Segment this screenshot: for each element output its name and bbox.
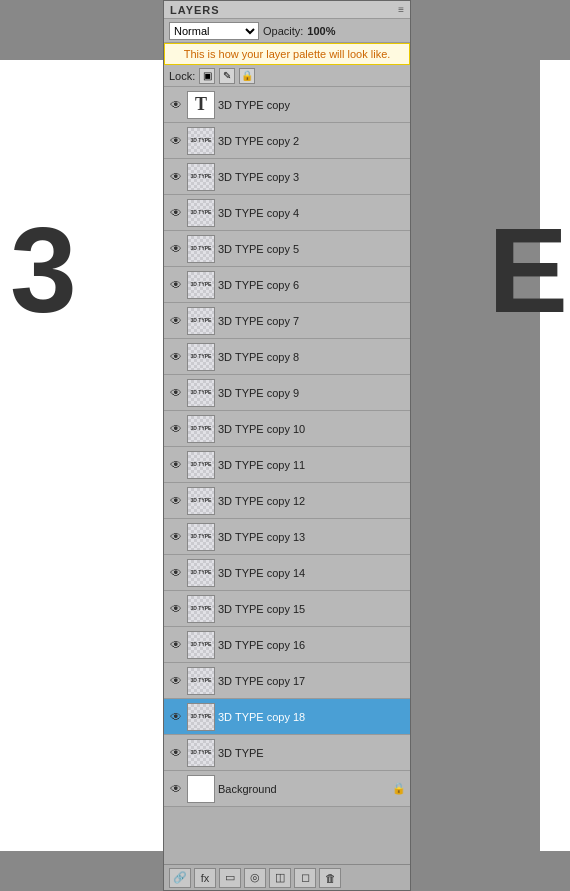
- layer-visibility-toggle[interactable]: 👁: [168, 529, 184, 545]
- layer-row[interactable]: 👁3D TYPE3D TYPE copy 7: [164, 303, 410, 339]
- layer-row[interactable]: 👁3D TYPE3D TYPE copy 10: [164, 411, 410, 447]
- layer-visibility-toggle[interactable]: 👁: [168, 493, 184, 509]
- layer-row[interactable]: 👁3D TYPE3D TYPE copy 2: [164, 123, 410, 159]
- layer-visibility-toggle[interactable]: 👁: [168, 745, 184, 761]
- panel-menu-icon[interactable]: ≡: [398, 4, 404, 15]
- eye-icon: 👁: [170, 566, 182, 580]
- eye-icon: 👁: [170, 386, 182, 400]
- layer-visibility-toggle[interactable]: 👁: [168, 601, 184, 617]
- lock-pixels-btn[interactable]: ▣: [199, 68, 215, 84]
- layer-thumbnail: [187, 775, 215, 803]
- layer-row[interactable]: 👁Background🔒: [164, 771, 410, 807]
- layer-thumbnail: 3D TYPE: [187, 379, 215, 407]
- lock-position-btn[interactable]: ✎: [219, 68, 235, 84]
- eye-icon: 👁: [170, 278, 182, 292]
- layer-visibility-toggle[interactable]: 👁: [168, 169, 184, 185]
- layer-name-label: 3D TYPE copy 13: [218, 531, 406, 543]
- layer-name-label: 3D TYPE copy 7: [218, 315, 406, 327]
- eye-icon: 👁: [170, 170, 182, 184]
- layer-visibility-toggle[interactable]: 👁: [168, 205, 184, 221]
- layer-row[interactable]: 👁T3D TYPE copy: [164, 87, 410, 123]
- layer-thumbnail: 3D TYPE: [187, 127, 215, 155]
- layer-name-label: 3D TYPE: [218, 747, 406, 759]
- layer-name-label: 3D TYPE copy 15: [218, 603, 406, 615]
- layer-row[interactable]: 👁3D TYPE3D TYPE copy 6: [164, 267, 410, 303]
- layer-row[interactable]: 👁3D TYPE3D TYPE copy 16: [164, 627, 410, 663]
- layer-name-label: 3D TYPE copy 8: [218, 351, 406, 363]
- layer-visibility-toggle[interactable]: 👁: [168, 385, 184, 401]
- eye-icon: 👁: [170, 746, 182, 760]
- eye-icon: 👁: [170, 494, 182, 508]
- layer-row[interactable]: 👁3D TYPE3D TYPE copy 15: [164, 591, 410, 627]
- layer-name-label: 3D TYPE copy 9: [218, 387, 406, 399]
- eye-icon: 👁: [170, 458, 182, 472]
- layer-visibility-toggle[interactable]: 👁: [168, 673, 184, 689]
- layer-thumbnail: 3D TYPE: [187, 235, 215, 263]
- layer-visibility-toggle[interactable]: 👁: [168, 457, 184, 473]
- eye-icon: 👁: [170, 638, 182, 652]
- delete-layer-btn[interactable]: 🗑: [319, 868, 341, 888]
- layer-thumbnail: 3D TYPE: [187, 271, 215, 299]
- blend-mode-select[interactable]: Normal: [169, 22, 259, 40]
- layer-thumbnail: 3D TYPE: [187, 199, 215, 227]
- layer-visibility-toggle[interactable]: 👁: [168, 565, 184, 581]
- layer-thumbnail: 3D TYPE: [187, 559, 215, 587]
- layer-name-label: 3D TYPE copy 16: [218, 639, 406, 651]
- tooltip-banner: This is how your layer palette will look…: [164, 43, 410, 65]
- blend-opacity-row: Normal Opacity: 100%: [164, 19, 410, 43]
- layer-visibility-toggle[interactable]: 👁: [168, 133, 184, 149]
- layer-row[interactable]: 👁3D TYPE3D TYPE copy 4: [164, 195, 410, 231]
- layer-visibility-toggle[interactable]: 👁: [168, 709, 184, 725]
- layer-row[interactable]: 👁3D TYPE3D TYPE copy 14: [164, 555, 410, 591]
- layer-visibility-toggle[interactable]: 👁: [168, 349, 184, 365]
- layer-row[interactable]: 👁3D TYPE3D TYPE copy 17: [164, 663, 410, 699]
- layer-name-label: 3D TYPE copy 5: [218, 243, 406, 255]
- layer-visibility-toggle[interactable]: 👁: [168, 781, 184, 797]
- layer-name-label: 3D TYPE copy 17: [218, 675, 406, 687]
- new-group-btn[interactable]: ◫: [269, 868, 291, 888]
- adjustment-btn[interactable]: ◎: [244, 868, 266, 888]
- lock-row: Lock: ▣ ✎ 🔒: [164, 65, 410, 87]
- layer-visibility-toggle[interactable]: 👁: [168, 277, 184, 293]
- eye-icon: 👁: [170, 314, 182, 328]
- layer-thumbnail: 3D TYPE: [187, 631, 215, 659]
- eye-icon: 👁: [170, 530, 182, 544]
- add-mask-btn[interactable]: ▭: [219, 868, 241, 888]
- link-layers-btn[interactable]: 🔗: [169, 868, 191, 888]
- eye-icon: 👁: [170, 602, 182, 616]
- canvas-left: 3: [0, 60, 170, 851]
- lock-all-btn[interactable]: 🔒: [239, 68, 255, 84]
- eye-icon: 👁: [170, 782, 182, 796]
- layer-row[interactable]: 👁3D TYPE3D TYPE copy 8: [164, 339, 410, 375]
- new-layer-btn[interactable]: ◻: [294, 868, 316, 888]
- layer-visibility-toggle[interactable]: 👁: [168, 313, 184, 329]
- layer-thumbnail: 3D TYPE: [187, 415, 215, 443]
- layer-row[interactable]: 👁3D TYPE3D TYPE copy 5: [164, 231, 410, 267]
- layers-list[interactable]: 👁T3D TYPE copy👁3D TYPE3D TYPE copy 2👁3D …: [164, 87, 410, 864]
- layer-lock-icon: 🔒: [392, 782, 406, 795]
- eye-icon: 👁: [170, 674, 182, 688]
- layer-effects-btn[interactable]: fx: [194, 868, 216, 888]
- opacity-value[interactable]: 100%: [307, 25, 335, 37]
- layer-name-label: 3D TYPE copy 14: [218, 567, 406, 579]
- layer-row[interactable]: 👁3D TYPE3D TYPE copy 11: [164, 447, 410, 483]
- layer-row[interactable]: 👁3D TYPE3D TYPE copy 3: [164, 159, 410, 195]
- layer-row[interactable]: 👁3D TYPE3D TYPE copy 13: [164, 519, 410, 555]
- layer-visibility-toggle[interactable]: 👁: [168, 637, 184, 653]
- layer-row[interactable]: 👁3D TYPE3D TYPE copy 9: [164, 375, 410, 411]
- layer-row[interactable]: 👁3D TYPE3D TYPE copy 18: [164, 699, 410, 735]
- layer-row[interactable]: 👁3D TYPE3D TYPE: [164, 735, 410, 771]
- layer-thumbnail: 3D TYPE: [187, 739, 215, 767]
- layer-visibility-toggle[interactable]: 👁: [168, 241, 184, 257]
- layer-thumbnail: 3D TYPE: [187, 667, 215, 695]
- layer-name-label: 3D TYPE copy 18: [218, 711, 406, 723]
- layer-name-label: 3D TYPE copy: [218, 99, 406, 111]
- canvas-number-3: 3: [10, 210, 77, 330]
- layer-row[interactable]: 👁3D TYPE3D TYPE copy 12: [164, 483, 410, 519]
- canvas-letter-e: E: [488, 210, 568, 330]
- panel-bottom-toolbar: 🔗 fx ▭ ◎ ◫ ◻ 🗑: [164, 864, 410, 890]
- layer-thumbnail: 3D TYPE: [187, 523, 215, 551]
- layer-visibility-toggle[interactable]: 👁: [168, 421, 184, 437]
- layer-visibility-toggle[interactable]: 👁: [168, 97, 184, 113]
- layer-name-label: 3D TYPE copy 3: [218, 171, 406, 183]
